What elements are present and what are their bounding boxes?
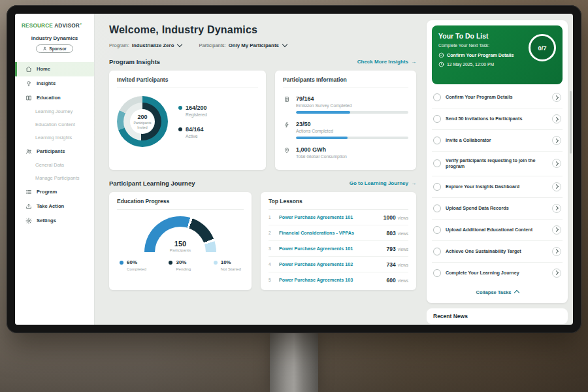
- task-row-send-invitations[interactable]: Send 50 Invitations to Participants: [432, 108, 563, 130]
- todo-card: Your To Do List Complete Your Next Task:…: [427, 20, 568, 303]
- task-chevron-button[interactable]: [552, 159, 561, 168]
- task-row-upload-spend-data[interactable]: Upload Spend Data Records: [432, 198, 563, 220]
- task-checkbox[interactable]: [433, 159, 441, 167]
- task-label: Achieve One Sustainability Target: [446, 248, 547, 254]
- monitor-stand: [270, 331, 318, 392]
- task-checkbox[interactable]: [433, 137, 441, 144]
- sidebar-item-participants[interactable]: Participants: [15, 144, 94, 159]
- card-title: Invited Participants: [117, 76, 258, 88]
- task-chevron-button[interactable]: [552, 182, 561, 191]
- task-chevron-button[interactable]: [552, 114, 561, 123]
- sidebar-item-general-data[interactable]: General Data: [15, 159, 94, 172]
- todo-due-date: 12 May 2025, 12:00 PM: [447, 62, 494, 67]
- lesson-index: 4: [269, 262, 274, 267]
- collapse-tasks-button[interactable]: Collapse Tasks: [432, 284, 563, 298]
- sidebar-item-take-action[interactable]: Take Action: [15, 199, 94, 214]
- sidebar-item-education-content[interactable]: Education Content: [15, 118, 94, 131]
- lesson-link[interactable]: Power Purchase Agreements 101: [279, 246, 382, 252]
- program-filter[interactable]: Program: Industrialize Zero: [109, 42, 182, 48]
- chevron-right-icon: [554, 206, 559, 210]
- lesson-link[interactable]: Power Purchase Agreements 102: [279, 261, 382, 267]
- sidebar-item-label: Education: [37, 95, 61, 101]
- info-label: Actions Completed: [296, 129, 408, 133]
- task-checkbox[interactable]: [433, 226, 441, 234]
- sidebar-item-label: Education Content: [35, 122, 75, 127]
- task-chevron-button[interactable]: [552, 247, 561, 256]
- task-chevron-button[interactable]: [552, 136, 561, 145]
- task-chevron-button[interactable]: [552, 225, 561, 235]
- task-row-verify-participants[interactable]: Verify participants requesting to join t…: [432, 152, 563, 176]
- sidebar-item-learning-insights[interactable]: Learning Insights: [15, 131, 94, 144]
- donut-center-label: Participants Invited: [131, 121, 154, 129]
- task-checkbox[interactable]: [433, 115, 441, 123]
- lesson-index: 3: [269, 246, 274, 251]
- task-label: Explore Your Insights Dashboard: [446, 184, 547, 189]
- recent-news-card[interactable]: Recent News: [427, 308, 568, 324]
- sidebar-item-program[interactable]: Program: [15, 185, 94, 199]
- chevron-right-icon: [554, 138, 559, 142]
- task-row-explore-insights[interactable]: Explore Your Insights Dashboard: [432, 176, 563, 198]
- lesson-row: 1 Power Purchase Agreements 101 1000view…: [269, 210, 408, 225]
- sidebar-item-manage-participants[interactable]: Manage Participants: [15, 172, 94, 185]
- lesson-link[interactable]: Financial Considerations - VPPAs: [279, 230, 382, 236]
- legend-dot: [178, 127, 182, 131]
- lesson-link[interactable]: Power Purchase Agreements 101: [279, 214, 378, 220]
- lesson-views: 1000: [384, 214, 396, 221]
- lesson-views: 734: [387, 261, 396, 268]
- lesson-row: 2 Financial Considerations - VPPAs 803vi…: [269, 225, 408, 241]
- survey-icon: [283, 95, 291, 114]
- legend-dot: [214, 261, 218, 265]
- task-row-upload-educational-content[interactable]: Upload Additional Educational Content: [432, 220, 563, 241]
- sidebar: RESOURCE ADVISOR+ Industry Dynamics Spon…: [15, 14, 95, 325]
- program-filter-value: Industrialize Zero: [132, 42, 174, 48]
- task-chevron-button[interactable]: [552, 269, 561, 278]
- legend-label: Registered: [186, 112, 207, 117]
- org-name: Industry Dynamics: [15, 35, 94, 41]
- participants-filter[interactable]: Participants: Only My Participants: [199, 42, 286, 48]
- clock-icon: [438, 61, 444, 67]
- task-checkbox[interactable]: [433, 204, 441, 212]
- task-chevron-button[interactable]: [552, 93, 561, 102]
- sidebar-item-insights[interactable]: Insights: [15, 76, 94, 91]
- scrollbar-thumb[interactable]: [570, 91, 572, 154]
- lesson-row: 4 Power Purchase Agreements 102 734views: [269, 257, 408, 272]
- sidebar-nav: Home Insights Education Learning Journey: [15, 62, 94, 228]
- education-gauge-chart: 150 Participants: [144, 216, 216, 252]
- task-checkbox[interactable]: [433, 183, 441, 191]
- task-checkbox[interactable]: [433, 248, 441, 255]
- invited-donut-chart: 200 Participants Invited: [117, 96, 168, 147]
- lesson-index: 1: [269, 215, 274, 220]
- legend-active: 84/164 Active: [178, 126, 207, 139]
- chevron-right-icon: [554, 270, 559, 275]
- card-title: Participants Information: [283, 76, 408, 88]
- task-row-achieve-target[interactable]: Achieve One Sustainability Target: [432, 241, 563, 263]
- sidebar-item-settings[interactable]: Settings: [15, 214, 94, 228]
- sidebar-item-education[interactable]: Education: [15, 91, 94, 105]
- donut-center-value: 200: [137, 114, 147, 120]
- progress-fill: [296, 111, 350, 114]
- scene: RESOURCE ADVISOR+ Industry Dynamics Spon…: [0, 0, 588, 392]
- survey-progress-bar: [296, 111, 408, 114]
- sidebar-item-learning-journey[interactable]: Learning Journey: [15, 105, 94, 118]
- sidebar-item-home[interactable]: Home: [15, 62, 94, 76]
- collapse-label: Collapse Tasks: [476, 289, 511, 295]
- go-to-learning-journey-link[interactable]: Go to Learning Journey →: [350, 180, 416, 186]
- task-checkbox[interactable]: [433, 93, 441, 101]
- task-row-confirm-program[interactable]: Confirm Your Program Details: [432, 87, 563, 108]
- sponsor-badge: Sponsor: [36, 44, 73, 53]
- chevron-right-icon: [554, 161, 559, 166]
- task-row-invite-collaborator[interactable]: Invite a Collaborator: [432, 130, 563, 152]
- donut-center: 200 Participants Invited: [130, 109, 155, 134]
- task-row-complete-learning-journey[interactable]: Complete Your Learning Journey: [432, 263, 563, 284]
- lesson-link[interactable]: Power Purchase Agreements 103: [279, 277, 382, 283]
- task-checkbox[interactable]: [433, 269, 441, 277]
- home-icon: [25, 66, 32, 73]
- check-more-insights-link[interactable]: Check More Insights →: [357, 59, 416, 65]
- chevron-right-icon: [554, 95, 559, 99]
- task-chevron-button[interactable]: [552, 204, 561, 213]
- lesson-views-label: views: [398, 247, 408, 252]
- todo-progress-value: 0/7: [538, 44, 546, 52]
- card-title: Education Progress: [117, 198, 244, 210]
- actions-progress-bar: [296, 137, 408, 139]
- legend-dot: [178, 106, 182, 110]
